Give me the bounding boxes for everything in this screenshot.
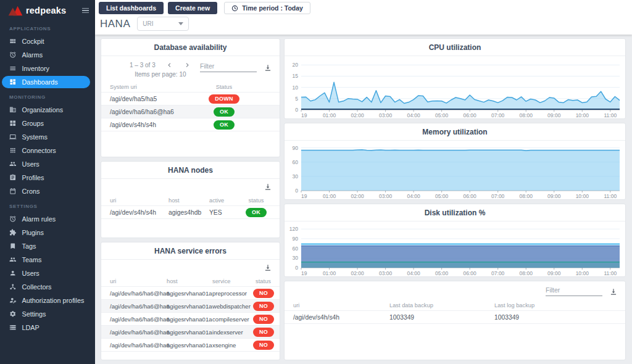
download-icon[interactable] — [264, 263, 272, 272]
svg-text:09:00: 09:00 — [547, 270, 561, 276]
chart-title: CPU utilization — [285, 39, 625, 56]
svg-text:11:00: 11:00 — [604, 193, 617, 199]
download-icon[interactable] — [609, 287, 618, 296]
page-title: HANA — [100, 18, 130, 30]
svg-text:19: 19 — [301, 112, 307, 118]
sidebar-item-profiles[interactable]: Profiles — [2, 172, 90, 184]
sidebar-item-groups[interactable]: Groups — [2, 117, 90, 130]
svg-text:90: 90 — [293, 145, 299, 151]
sidebar-item-label: Inventory — [22, 65, 49, 72]
next-page-icon[interactable] — [183, 61, 191, 69]
sidebar-item-teams[interactable]: Teams — [2, 254, 90, 266]
column-header: Status — [175, 84, 273, 90]
svg-text:0: 0 — [295, 107, 298, 113]
hamburger-menu-icon[interactable] — [82, 8, 89, 14]
sidebar-item-tags[interactable]: Tags — [2, 240, 90, 252]
cell: OK — [175, 107, 273, 117]
sidebar-item-users[interactable]: Users — [2, 158, 90, 170]
cpu-chart-svg: 051015201901:0002:0003:0004:0005:0006:00… — [285, 56, 625, 118]
svg-text:08:00: 08:00 — [520, 270, 533, 276]
sidebar-item-systems[interactable]: Systems — [2, 131, 90, 143]
column-header: uri — [110, 278, 167, 284]
hana-nodes-card: HANA nodes urihostactivestatus/agi/dev/s… — [101, 161, 280, 238]
column-header: host — [167, 278, 212, 284]
uri-select-value: URI — [143, 20, 153, 27]
svg-text:30: 30 — [293, 173, 299, 180]
svg-text:20: 20 — [293, 62, 299, 68]
svg-text:01:00: 01:00 — [323, 112, 336, 118]
status-badge: DOWN — [209, 94, 239, 104]
list-dashboards-button[interactable]: List dashboards — [99, 2, 164, 14]
svg-text:06:00: 06:00 — [464, 193, 477, 199]
person-icon — [9, 270, 17, 277]
svg-text:05:00: 05:00 — [435, 270, 449, 276]
alarm-icon — [9, 51, 17, 59]
previous-page-icon[interactable] — [165, 61, 173, 69]
cell: /agi/dev/ha5/ha5 — [110, 96, 175, 102]
sidebar-item-crons[interactable]: Crons — [2, 185, 90, 197]
uri-select[interactable]: URI — [137, 17, 189, 31]
sidebar-item-alarms[interactable]: Alarms — [2, 49, 90, 61]
sidebar-item-ldap[interactable]: LDAP — [2, 321, 90, 334]
svg-text:02:00: 02:00 — [351, 193, 364, 199]
table-row: /agi/dev/ha5/ha5DOWN — [101, 93, 280, 105]
cell: /agi/dev/ha6/ha6@ha6 — [110, 342, 167, 349]
paginator: 1 – 3 of 3 Items per page: 10 — [130, 61, 191, 78]
filter-input[interactable] — [200, 61, 257, 72]
sidebar-section-label: MONITORING — [9, 94, 95, 100]
sidebar-item-users[interactable]: Users — [2, 267, 90, 279]
top-header: List dashboards Create new Time period :… — [95, 0, 632, 35]
sidebar-item-cockpit[interactable]: Cockpit — [2, 35, 90, 48]
chart-title: Disk utilization % — [285, 204, 625, 221]
memory-utilization-card: Memory utilization 03060901901:0002:0003… — [284, 123, 626, 200]
svg-text:19: 19 — [301, 193, 307, 199]
chart-title: Memory utilization — [285, 123, 625, 141]
sidebar-item-authorization-profiles[interactable]: Authorization profiles — [2, 294, 90, 307]
plugin-icon — [9, 229, 17, 236]
status-badge: NO — [253, 328, 274, 337]
cell: NO — [253, 302, 274, 311]
sidebar-item-label: Organizations — [22, 106, 64, 114]
sidebar-item-settings[interactable]: Settings — [2, 308, 90, 320]
sidebar-item-label: Connectors — [22, 147, 56, 154]
cell: /agi/dev/s4h/s4h — [293, 314, 389, 321]
backups-table: uriLast data backupLast log backup/agi/d… — [285, 300, 625, 324]
pagination-filter-row: 1 – 3 of 3 Items per page: 10 — [101, 56, 280, 78]
sidebar-item-collectors[interactable]: Collectors — [2, 281, 90, 293]
cell: /agi/dev/ha6/ha6@ha6 — [110, 303, 167, 310]
table-header-row: urihostactivestatus — [101, 195, 280, 206]
sidebar-item-organizations[interactable]: Organizations — [2, 104, 90, 116]
download-icon[interactable] — [264, 64, 272, 72]
svg-text:01:00: 01:00 — [323, 270, 336, 276]
collector-icon — [9, 283, 17, 291]
sidebar-item-connectors[interactable]: Connectors — [2, 144, 90, 157]
sidebar-item-label: Teams — [22, 256, 42, 263]
cell: 1003349 — [494, 314, 619, 321]
sidebar-item-label: Users — [22, 270, 40, 277]
connectors-icon — [9, 147, 17, 154]
sidebar-item-alarm-rules[interactable]: Alarm rules — [2, 213, 90, 225]
download-icon[interactable] — [264, 183, 272, 191]
column-header: Last log backup — [494, 302, 619, 308]
cell: agigesrvhana01a — [167, 329, 212, 336]
svg-text:07:00: 07:00 — [491, 112, 505, 118]
sidebar-item-inventory[interactable]: Inventory — [2, 62, 90, 75]
time-period-chip[interactable]: Time period : Today — [224, 2, 310, 14]
create-new-button[interactable]: Create new — [168, 2, 217, 14]
table-row: /agi/dev/ha6/ha6@ha6agigesrvhana01acompi… — [101, 313, 280, 326]
card-title: HANA service errors — [101, 242, 280, 260]
sidebar-item-label: Crons — [22, 188, 40, 195]
table-row: /agi/dev/s4h/s4hOK — [101, 118, 280, 131]
table-header-row: System uriStatus — [101, 81, 280, 93]
svg-text:0: 0 — [295, 265, 298, 271]
cpu-chart: 051015201901:0002:0003:0004:0005:0006:00… — [285, 56, 625, 118]
filter-input[interactable] — [546, 285, 602, 296]
svg-text:10:00: 10:00 — [576, 193, 589, 199]
cell: agigesrvhana01a — [167, 290, 212, 297]
sidebar-item-dashboards[interactable]: Dashboards — [2, 76, 90, 88]
sidebar-item-plugins[interactable]: Plugins — [2, 226, 90, 239]
cockpit-icon — [9, 38, 17, 45]
cell: agigesrvhana01a — [167, 303, 212, 310]
clock-icon — [231, 5, 238, 12]
toolbar: List dashboards Create new Time period :… — [95, 0, 632, 15]
